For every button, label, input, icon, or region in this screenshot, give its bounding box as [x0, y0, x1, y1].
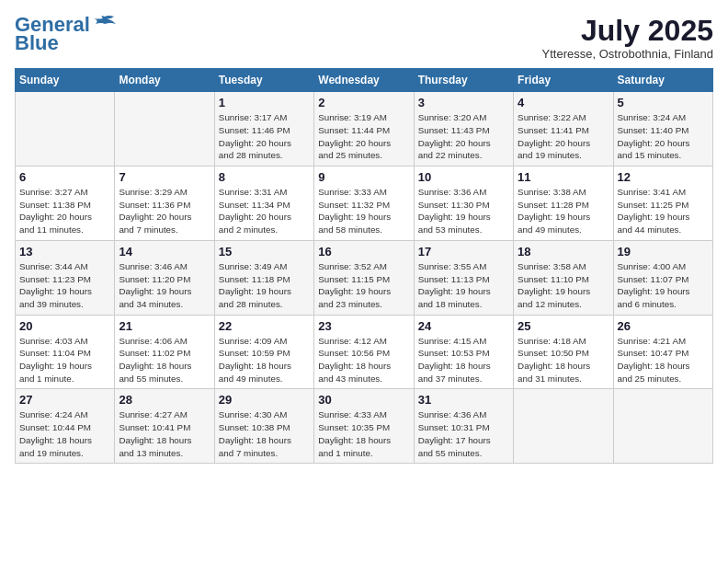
calendar-day-cell: 18Sunrise: 3:58 AM Sunset: 11:10 PM Dayl… — [514, 240, 613, 315]
day-detail: Sunrise: 4:15 AM Sunset: 10:53 PM Daylig… — [418, 335, 509, 385]
calendar-day-cell: 26Sunrise: 4:21 AM Sunset: 10:47 PM Dayl… — [613, 315, 712, 389]
day-detail: Sunrise: 3:36 AM Sunset: 11:30 PM Daylig… — [418, 186, 509, 236]
day-detail: Sunrise: 4:30 AM Sunset: 10:38 PM Daylig… — [219, 408, 310, 459]
day-number: 3 — [418, 96, 509, 109]
logo: General Blue — [15, 15, 118, 53]
calendar-empty-cell — [115, 92, 214, 167]
day-number: 4 — [518, 96, 609, 109]
day-number: 26 — [618, 319, 709, 333]
calendar-day-cell: 13Sunrise: 3:44 AM Sunset: 11:23 PM Dayl… — [16, 240, 115, 315]
calendar-day-cell: 22Sunrise: 4:09 AM Sunset: 10:59 PM Dayl… — [214, 315, 313, 389]
day-detail: Sunrise: 4:21 AM Sunset: 10:47 PM Daylig… — [618, 335, 709, 385]
calendar-day-cell: 28Sunrise: 4:27 AM Sunset: 10:41 PM Dayl… — [115, 389, 214, 464]
calendar-body: 1Sunrise: 3:17 AM Sunset: 11:46 PM Dayli… — [16, 92, 713, 464]
day-number: 28 — [119, 393, 210, 407]
weekday-header: Wednesday — [314, 69, 414, 92]
calendar-table: SundayMondayTuesdayWednesdayThursdayFrid… — [15, 68, 713, 464]
calendar-day-cell: 31Sunrise: 4:36 AM Sunset: 10:31 PM Dayl… — [414, 389, 513, 464]
day-number: 7 — [119, 170, 210, 184]
day-number: 11 — [518, 170, 609, 184]
location-subtitle: Ytteresse, Ostrobothnia, Finland — [542, 47, 713, 61]
day-number: 24 — [418, 319, 509, 333]
day-number: 1 — [219, 96, 310, 109]
calendar-day-cell: 7Sunrise: 3:29 AM Sunset: 11:36 PM Dayli… — [115, 167, 214, 241]
calendar-day-cell: 8Sunrise: 3:31 AM Sunset: 11:34 PM Dayli… — [214, 167, 313, 241]
day-number: 22 — [219, 319, 310, 333]
calendar-day-cell: 6Sunrise: 3:27 AM Sunset: 11:38 PM Dayli… — [16, 167, 115, 241]
day-number: 10 — [418, 170, 509, 184]
calendar-day-cell: 23Sunrise: 4:12 AM Sunset: 10:56 PM Dayl… — [314, 315, 414, 389]
day-number: 30 — [318, 393, 409, 407]
bird-icon — [92, 15, 118, 31]
day-detail: Sunrise: 3:33 AM Sunset: 11:32 PM Daylig… — [318, 186, 409, 236]
calendar-empty-cell — [16, 92, 115, 167]
calendar-day-cell: 17Sunrise: 3:55 AM Sunset: 11:13 PM Dayl… — [414, 240, 513, 315]
day-detail: Sunrise: 3:52 AM Sunset: 11:15 PM Daylig… — [318, 260, 409, 311]
day-number: 21 — [119, 319, 210, 333]
day-number: 8 — [219, 170, 310, 184]
calendar-day-cell: 4Sunrise: 3:22 AM Sunset: 11:41 PM Dayli… — [514, 92, 613, 167]
day-detail: Sunrise: 3:38 AM Sunset: 11:28 PM Daylig… — [518, 186, 609, 236]
day-number: 29 — [219, 393, 310, 407]
day-number: 31 — [418, 393, 509, 407]
logo-blue: Blue — [15, 33, 59, 53]
day-number: 23 — [318, 319, 409, 333]
calendar-day-cell: 21Sunrise: 4:06 AM Sunset: 11:02 PM Dayl… — [115, 315, 214, 389]
day-detail: Sunrise: 3:41 AM Sunset: 11:25 PM Daylig… — [618, 186, 709, 236]
header: General Blue July 2025 Ytteresse, Ostrob… — [15, 15, 713, 61]
day-detail: Sunrise: 4:18 AM Sunset: 10:50 PM Daylig… — [518, 335, 609, 385]
calendar-day-cell: 3Sunrise: 3:20 AM Sunset: 11:43 PM Dayli… — [414, 92, 513, 167]
day-detail: Sunrise: 3:20 AM Sunset: 11:43 PM Daylig… — [418, 111, 509, 162]
weekday-header: Tuesday — [214, 69, 313, 92]
day-number: 2 — [318, 96, 409, 109]
day-number: 15 — [219, 245, 310, 259]
day-detail: Sunrise: 3:31 AM Sunset: 11:34 PM Daylig… — [219, 186, 310, 236]
day-number: 12 — [618, 170, 709, 184]
day-detail: Sunrise: 4:27 AM Sunset: 10:41 PM Daylig… — [119, 408, 210, 459]
day-detail: Sunrise: 4:24 AM Sunset: 10:44 PM Daylig… — [19, 408, 110, 459]
day-detail: Sunrise: 4:33 AM Sunset: 10:35 PM Daylig… — [318, 408, 409, 459]
calendar-day-cell: 2Sunrise: 3:19 AM Sunset: 11:44 PM Dayli… — [314, 92, 414, 167]
calendar-day-cell: 30Sunrise: 4:33 AM Sunset: 10:35 PM Dayl… — [314, 389, 414, 464]
calendar-day-cell: 29Sunrise: 4:30 AM Sunset: 10:38 PM Dayl… — [214, 389, 313, 464]
day-number: 25 — [518, 319, 609, 333]
calendar-day-cell: 14Sunrise: 3:46 AM Sunset: 11:20 PM Dayl… — [115, 240, 214, 315]
calendar-day-cell: 1Sunrise: 3:17 AM Sunset: 11:46 PM Dayli… — [214, 92, 313, 167]
calendar-day-cell: 12Sunrise: 3:41 AM Sunset: 11:25 PM Dayl… — [613, 167, 712, 241]
day-detail: Sunrise: 4:06 AM Sunset: 11:02 PM Daylig… — [119, 335, 210, 385]
weekday-header: Sunday — [16, 69, 115, 92]
weekday-header: Saturday — [613, 69, 712, 92]
calendar-week-row: 27Sunrise: 4:24 AM Sunset: 10:44 PM Dayl… — [16, 389, 713, 464]
day-detail: Sunrise: 3:24 AM Sunset: 11:40 PM Daylig… — [618, 111, 709, 162]
day-detail: Sunrise: 3:17 AM Sunset: 11:46 PM Daylig… — [219, 111, 310, 162]
day-detail: Sunrise: 3:49 AM Sunset: 11:18 PM Daylig… — [219, 260, 310, 311]
day-number: 5 — [618, 96, 709, 109]
day-number: 27 — [19, 393, 110, 407]
day-detail: Sunrise: 4:00 AM Sunset: 11:07 PM Daylig… — [618, 260, 709, 311]
day-detail: Sunrise: 4:36 AM Sunset: 10:31 PM Daylig… — [418, 408, 509, 459]
calendar-day-cell: 9Sunrise: 3:33 AM Sunset: 11:32 PM Dayli… — [314, 167, 414, 241]
weekday-header: Thursday — [414, 69, 513, 92]
day-number: 17 — [418, 245, 509, 259]
day-detail: Sunrise: 3:22 AM Sunset: 11:41 PM Daylig… — [518, 111, 609, 162]
day-detail: Sunrise: 3:55 AM Sunset: 11:13 PM Daylig… — [418, 260, 509, 311]
day-detail: Sunrise: 4:09 AM Sunset: 10:59 PM Daylig… — [219, 335, 310, 385]
day-detail: Sunrise: 4:12 AM Sunset: 10:56 PM Daylig… — [318, 335, 409, 385]
day-detail: Sunrise: 3:27 AM Sunset: 11:38 PM Daylig… — [19, 186, 110, 236]
calendar-day-cell: 15Sunrise: 3:49 AM Sunset: 11:18 PM Dayl… — [214, 240, 313, 315]
calendar-day-cell: 5Sunrise: 3:24 AM Sunset: 11:40 PM Dayli… — [613, 92, 712, 167]
day-detail: Sunrise: 3:19 AM Sunset: 11:44 PM Daylig… — [318, 111, 409, 162]
day-number: 14 — [119, 245, 210, 259]
calendar-empty-cell — [514, 389, 613, 464]
calendar-day-cell: 11Sunrise: 3:38 AM Sunset: 11:28 PM Dayl… — [514, 167, 613, 241]
day-number: 19 — [618, 245, 709, 259]
weekday-header: Monday — [115, 69, 214, 92]
day-number: 6 — [19, 170, 110, 184]
calendar-week-row: 6Sunrise: 3:27 AM Sunset: 11:38 PM Dayli… — [16, 167, 713, 241]
calendar-header-row: SundayMondayTuesdayWednesdayThursdayFrid… — [16, 69, 713, 92]
calendar-week-row: 13Sunrise: 3:44 AM Sunset: 11:23 PM Dayl… — [16, 240, 713, 315]
day-detail: Sunrise: 4:03 AM Sunset: 11:04 PM Daylig… — [19, 335, 110, 385]
calendar-day-cell: 24Sunrise: 4:15 AM Sunset: 10:53 PM Dayl… — [414, 315, 513, 389]
day-number: 20 — [19, 319, 110, 333]
calendar-week-row: 20Sunrise: 4:03 AM Sunset: 11:04 PM Dayl… — [16, 315, 713, 389]
